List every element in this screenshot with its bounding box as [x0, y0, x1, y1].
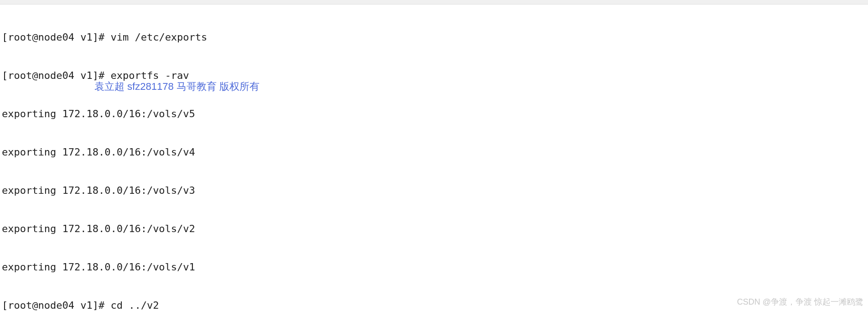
prompt: [root@node04 v1]#	[2, 31, 110, 43]
terminal-output[interactable]: [root@node04 v1]# vim /etc/exports [root…	[0, 5, 868, 311]
output: exporting 172.18.0.0/16:/vols/v1	[2, 261, 195, 273]
output: exporting 172.18.0.0/16:/vols/v4	[2, 146, 195, 158]
terminal-line: exporting 172.18.0.0/16:/vols/v3	[2, 184, 866, 197]
terminal-line: exporting 172.18.0.0/16:/vols/v1	[2, 261, 866, 274]
output: exporting 172.18.0.0/16:/vols/v5	[2, 108, 195, 119]
terminal-line: [root@node04 v1]# vim /etc/exports	[2, 31, 866, 44]
output: exporting 172.18.0.0/16:/vols/v2	[2, 223, 195, 234]
command: cd ../v2	[110, 300, 159, 311]
terminal-line: exporting 172.18.0.0/16:/vols/v2	[2, 223, 866, 235]
command: vim /etc/exports	[110, 31, 207, 43]
terminal-line: exporting 172.18.0.0/16:/vols/v4	[2, 146, 866, 159]
prompt: [root@node04 v1]#	[2, 70, 110, 81]
terminal-line: exporting 172.18.0.0/16:/vols/v5	[2, 108, 866, 120]
output: exporting 172.18.0.0/16:/vols/v3	[2, 185, 195, 196]
terminal-line: [root@node04 v1]# cd ../v2	[2, 299, 866, 311]
prompt: [root@node04 v1]#	[2, 300, 110, 311]
window-tab-strip	[0, 0, 868, 5]
command: exportfs -rav	[110, 70, 189, 81]
terminal-line: [root@node04 v1]# exportfs -rav	[2, 69, 866, 82]
